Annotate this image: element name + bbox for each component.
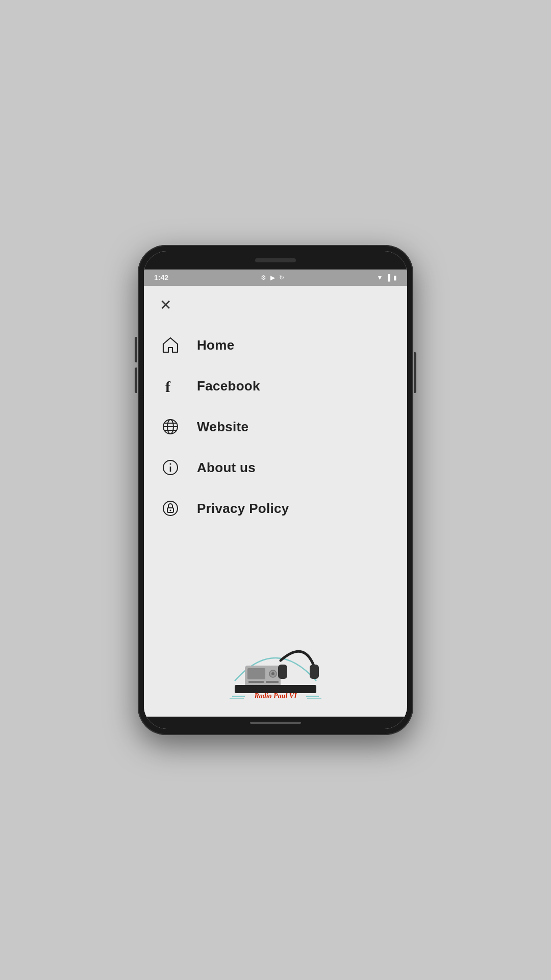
home-icon [159, 334, 182, 356]
close-icon: ✕ [160, 298, 171, 312]
info-icon [159, 456, 182, 479]
menu-item-website[interactable]: Website [144, 406, 407, 447]
svg-rect-13 [247, 668, 265, 679]
speaker [255, 258, 296, 262]
svg-rect-16 [248, 681, 264, 683]
close-button[interactable]: ✕ [156, 296, 174, 314]
svg-rect-19 [310, 665, 319, 679]
svg-text:f: f [165, 378, 171, 395]
wifi-icon: ▼ [377, 274, 383, 281]
lock-icon [159, 497, 182, 520]
volume-up-button[interactable] [135, 337, 137, 362]
menu-item-about-us[interactable]: About us [144, 447, 407, 488]
phone-frame: 1:42 ⚙ ▶ ↻ ▼ ▐ ▮ ✕ [138, 245, 413, 735]
phone-screen: 1:42 ⚙ ▶ ↻ ▼ ▐ ▮ ✕ [144, 251, 407, 729]
status-time: 1:42 [154, 274, 168, 282]
menu-item-privacy-policy[interactable]: Privacy Policy [144, 488, 407, 529]
logo-container: Radio Paul VI [219, 630, 332, 701]
volume-down-button[interactable] [135, 368, 137, 393]
screen-content: ✕ Home f [144, 286, 407, 717]
logo-area: Radio Paul VI [144, 620, 407, 717]
svg-text:Radio Paul VI: Radio Paul VI [254, 692, 297, 700]
svg-rect-17 [266, 681, 279, 683]
menu-list: Home f Facebook [144, 320, 407, 620]
battery-icon: ▮ [393, 274, 397, 281]
menu-label-home: Home [197, 337, 234, 353]
menu-label-website: Website [197, 419, 248, 435]
media-play-icon: ▶ [270, 274, 275, 281]
settings-icon: ⚙ [261, 274, 266, 281]
menu-item-facebook[interactable]: f Facebook [144, 365, 407, 406]
close-button-area: ✕ [144, 286, 407, 320]
notch [144, 251, 407, 270]
status-icons-right: ▼ ▐ ▮ [377, 274, 397, 281]
menu-item-home[interactable]: Home [144, 325, 407, 365]
svg-point-15 [271, 672, 274, 675]
signal-icon: ▐ [386, 274, 390, 281]
status-bar: 1:42 ⚙ ▶ ↻ ▼ ▐ ▮ [144, 270, 407, 286]
bottom-pill [250, 722, 301, 724]
menu-label-privacy-policy: Privacy Policy [197, 501, 289, 517]
status-icons-left: ⚙ ▶ ↻ [261, 274, 284, 281]
rotate-icon: ↻ [279, 274, 284, 281]
power-button[interactable] [414, 352, 416, 393]
facebook-icon: f [159, 375, 182, 397]
svg-point-8 [170, 463, 171, 465]
globe-icon [159, 415, 182, 438]
bottom-bar [144, 717, 407, 729]
logo-svg: Radio Paul VI [219, 630, 332, 701]
svg-point-11 [170, 510, 171, 511]
svg-rect-18 [278, 665, 287, 679]
menu-label-facebook: Facebook [197, 378, 260, 394]
menu-label-about-us: About us [197, 460, 256, 476]
